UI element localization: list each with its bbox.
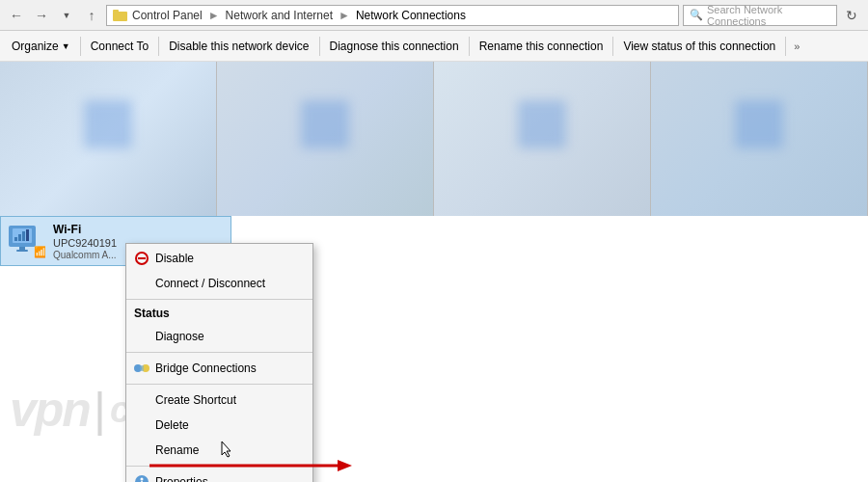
path-sep-2: ►: [339, 9, 350, 22]
toolbar-sep-1: [80, 37, 81, 56]
network-tile-4: [651, 62, 868, 216]
rename-icon: [134, 442, 149, 458]
ctx-delete[interactable]: Delete: [126, 413, 312, 438]
toolbar-sep-4: [469, 37, 470, 56]
diagnose-button[interactable]: Diagnose this connection: [322, 33, 467, 60]
ctx-properties-label: Properties: [155, 475, 208, 482]
toolbar-sep-3: [319, 37, 320, 56]
network-tile-3: [434, 62, 651, 216]
delete-icon: [134, 417, 149, 433]
ctx-create-shortcut[interactable]: Create Shortcut: [126, 388, 312, 413]
ctx-sep-2: [126, 352, 312, 353]
organize-button[interactable]: Organize ▼: [4, 33, 78, 60]
wifi-icon: 📶: [7, 222, 45, 260]
svg-point-17: [141, 478, 144, 481]
svg-rect-9: [16, 250, 28, 252]
wifi-name: Wi-Fi: [53, 223, 117, 236]
svg-rect-7: [26, 229, 29, 241]
svg-text:📶: 📶: [34, 245, 45, 258]
svg-rect-6: [22, 231, 25, 241]
ctx-disable-label: Disable: [155, 252, 194, 265]
disable-icon: [134, 251, 149, 266]
connect-icon: [134, 276, 149, 291]
svg-rect-8: [19, 247, 25, 250]
disable-label: Disable this network device: [169, 40, 309, 53]
ctx-diagnose[interactable]: Diagnose: [126, 324, 312, 349]
diagnose-icon: [134, 329, 149, 344]
ctx-diagnose-label: Diagnose: [155, 330, 204, 343]
cursor: [220, 440, 235, 459]
svg-marker-21: [222, 442, 231, 457]
ctx-shortcut-label: Create Shortcut: [155, 393, 236, 407]
svg-rect-1: [113, 10, 119, 13]
ctx-bridge[interactable]: Bridge Connections: [126, 356, 312, 381]
main-area: vpn | central 📶 Wi-Fi: [0, 62, 868, 482]
wifi-adapter: Qualcomm A...: [53, 250, 117, 260]
folder-icon: [113, 9, 128, 22]
forward-button[interactable]: →: [31, 5, 52, 26]
toolbar-sep-6: [785, 37, 786, 56]
more-button[interactable]: »: [788, 33, 805, 60]
search-box[interactable]: 🔍 Search Network Connections: [683, 5, 837, 26]
svg-marker-20: [338, 460, 352, 471]
toolbar-sep-5: [612, 37, 613, 56]
toolbar-sep-2: [158, 37, 159, 56]
watermark-pipe: |: [94, 382, 106, 438]
wifi-network: UPC9240191: [53, 237, 117, 249]
wifi-info: Wi-Fi UPC9240191 Qualcomm A...: [53, 223, 117, 260]
bridge-icon: [134, 361, 149, 376]
shortcut-icon: [134, 392, 149, 408]
watermark-vpn: vpn: [10, 386, 90, 434]
dropdown-button[interactable]: ▼: [56, 5, 77, 26]
network-grid: [0, 62, 868, 216]
svg-rect-0: [113, 12, 127, 21]
organize-dropdown-icon: ▼: [62, 41, 70, 51]
search-placeholder: Search Network Connections: [707, 4, 830, 27]
diagnose-label: Diagnose this connection: [330, 40, 459, 53]
ctx-connect-disconnect[interactable]: Connect / Disconnect: [126, 271, 312, 296]
view-status-button[interactable]: View status of this connection: [615, 33, 783, 60]
svg-rect-5: [18, 234, 21, 241]
ctx-disable[interactable]: Disable: [126, 246, 312, 271]
connect-to-button[interactable]: Connect To: [83, 33, 157, 60]
properties-icon: [134, 474, 149, 482]
ctx-sep-3: [126, 384, 312, 385]
rename-label: Rename this connection: [479, 40, 604, 53]
ctx-delete-label: Delete: [155, 418, 189, 432]
path-sep-1: ►: [208, 9, 220, 22]
disable-button[interactable]: Disable this network device: [161, 33, 316, 60]
ctx-status-section: Status: [126, 303, 312, 324]
connect-to-label: Connect To: [91, 40, 149, 53]
address-path[interactable]: Control Panel ► Network and Internet ► N…: [106, 5, 679, 26]
wifi-icon-svg: 📶: [7, 222, 45, 260]
path-network-connections[interactable]: Network Connections: [356, 9, 466, 22]
svg-rect-15: [140, 365, 144, 371]
toolbar: Organize ▼ Connect To Disable this netwo…: [0, 31, 868, 62]
path-control-panel[interactable]: Control Panel: [132, 9, 203, 22]
address-bar: ← → ▼ ↑ Control Panel ► Network and Inte…: [0, 0, 868, 31]
view-status-label: View status of this connection: [623, 40, 775, 53]
up-button[interactable]: ↑: [81, 5, 102, 26]
path-network-internet[interactable]: Network and Internet: [226, 9, 333, 22]
network-tile-2: [217, 62, 434, 216]
ctx-sep-1: [126, 299, 312, 300]
back-button[interactable]: ←: [6, 5, 27, 26]
network-tile-1: [0, 62, 217, 216]
ctx-rename-label: Rename: [155, 443, 199, 457]
refresh-button[interactable]: ↻: [841, 5, 862, 26]
rename-button[interactable]: Rename this connection: [472, 33, 611, 60]
arrow-svg: [149, 457, 362, 474]
ctx-connect-label: Connect / Disconnect: [155, 277, 265, 290]
svg-rect-4: [14, 237, 17, 241]
ctx-bridge-label: Bridge Connections: [155, 362, 257, 375]
